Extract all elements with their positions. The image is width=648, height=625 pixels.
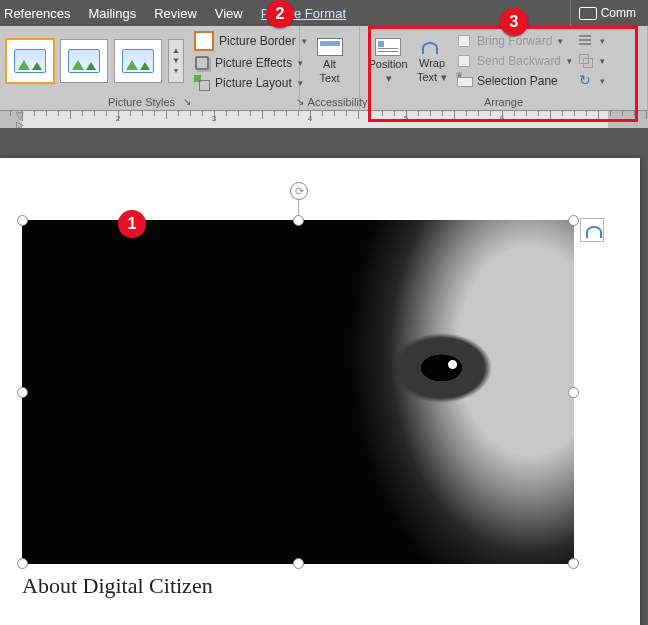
selection-pane-icon [456, 73, 472, 89]
position-button[interactable]: Position ▾ [366, 31, 410, 91]
photo-face [22, 220, 574, 564]
style-thumb-1[interactable] [6, 39, 54, 83]
rotate-icon [578, 73, 594, 89]
resize-handle-tl[interactable] [17, 215, 28, 226]
style-gallery: ▲▼▾ [6, 39, 184, 83]
selected-picture[interactable]: ⟳ [22, 220, 574, 564]
wrap-text-icon [584, 223, 600, 237]
bring-forward-icon [456, 33, 472, 49]
picture-icon [68, 49, 100, 73]
ruler-label: 5 [404, 114, 408, 123]
align-icon [578, 33, 594, 49]
group-label: Accessibility [308, 95, 368, 109]
align-button[interactable]: ▾ [578, 33, 605, 49]
ribbon-tabstrip: References Mailings Review View Picture … [0, 0, 648, 26]
group-picture-styles: ▲▼▾ Picture Border▾ Picture Effects▾ Pic… [0, 26, 300, 110]
picture-icon [14, 49, 46, 73]
callout-2: 2 [266, 0, 294, 28]
wrap-text-icon [420, 39, 444, 55]
page: ⟳ About Digital Citizen [0, 158, 640, 625]
tab-view[interactable]: View [215, 6, 243, 21]
tab-review[interactable]: Review [154, 6, 197, 21]
group-label: Arrange [484, 95, 523, 109]
chevron-down-icon: ▾ [441, 71, 447, 83]
document-area[interactable]: ⟳ About Digital Citizen [0, 128, 648, 625]
layout-icon [194, 75, 210, 91]
callout-3: 3 [500, 8, 528, 36]
tab-mailings[interactable]: Mailings [88, 6, 136, 21]
callout-1: 1 [118, 210, 146, 238]
group-accessibility: Alt Text ↘Accessibility [300, 26, 360, 110]
style-thumb-2[interactable] [60, 39, 108, 83]
heading-text[interactable]: About Digital Citizen [22, 573, 213, 599]
ruler-label: 6 [500, 114, 504, 123]
picture-effects-button[interactable]: Picture Effects▾ [194, 55, 307, 71]
border-icon [194, 31, 214, 51]
resize-handle-t[interactable] [293, 215, 304, 226]
chevron-down-icon: ▾ [600, 56, 605, 66]
ruler-label: 4 [308, 114, 312, 123]
rotate-handle[interactable]: ⟳ [290, 182, 308, 200]
ruler-label: 2 [116, 114, 120, 123]
dialog-launcher-icon[interactable]: ↘ [296, 95, 304, 109]
send-backward-button[interactable]: Send Backward▾ [456, 53, 572, 69]
resize-handle-r[interactable] [568, 387, 579, 398]
style-gallery-more[interactable]: ▲▼▾ [168, 39, 184, 83]
picture-border-button[interactable]: Picture Border▾ [194, 31, 307, 51]
resize-handle-br[interactable] [568, 558, 579, 569]
resize-handle-tr[interactable] [568, 215, 579, 226]
group-arrange: Position ▾ Wrap Text ▾ Bring Forward▾ Se… [360, 26, 648, 110]
tab-references[interactable]: References [4, 6, 70, 21]
style-thumb-3[interactable] [114, 39, 162, 83]
comments-button[interactable]: Comm [570, 0, 644, 26]
resize-handle-bl[interactable] [17, 558, 28, 569]
rotate-button[interactable]: ▾ [578, 73, 605, 89]
position-icon [375, 38, 401, 56]
dialog-launcher-icon[interactable]: ↘ [183, 95, 191, 109]
chevron-down-icon: ▾ [600, 76, 605, 86]
group-objects-button[interactable]: ▾ [578, 53, 605, 69]
effects-icon [194, 55, 210, 71]
picture-layout-button[interactable]: Picture Layout▾ [194, 75, 307, 91]
ruler-label: 3 [212, 114, 216, 123]
comments-label: Comm [601, 6, 636, 20]
send-backward-icon [456, 53, 472, 69]
layout-options-popup[interactable] [580, 218, 604, 242]
comment-icon [579, 7, 597, 20]
chevron-down-icon: ▾ [600, 36, 605, 46]
picture-icon [122, 49, 154, 73]
ribbon: ▲▼▾ Picture Border▾ Picture Effects▾ Pic… [0, 26, 648, 111]
group-label: Picture Styles [108, 95, 175, 109]
resize-handle-b[interactable] [293, 558, 304, 569]
selection-pane-button[interactable]: Selection Pane [456, 73, 572, 89]
chevron-down-icon: ▾ [567, 56, 572, 66]
resize-handle-l[interactable] [17, 387, 28, 398]
alt-text-button[interactable]: Alt Text [308, 31, 352, 91]
chevron-down-icon: ▾ [386, 72, 392, 84]
chevron-down-icon: ▾ [558, 36, 563, 46]
alt-text-icon [317, 38, 343, 56]
wrap-text-button[interactable]: Wrap Text ▾ [410, 31, 454, 91]
group-icon [578, 53, 594, 69]
